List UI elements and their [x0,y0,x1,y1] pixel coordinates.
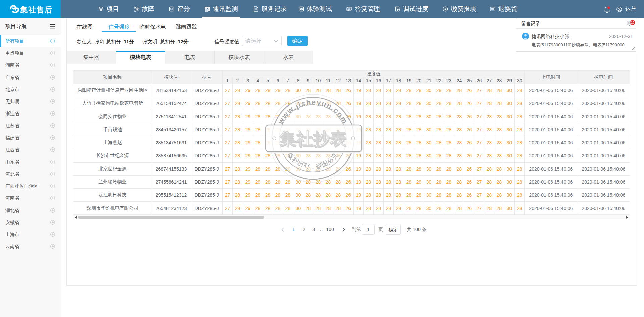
svg-text:集社抄表: 集社抄表 [279,129,346,148]
